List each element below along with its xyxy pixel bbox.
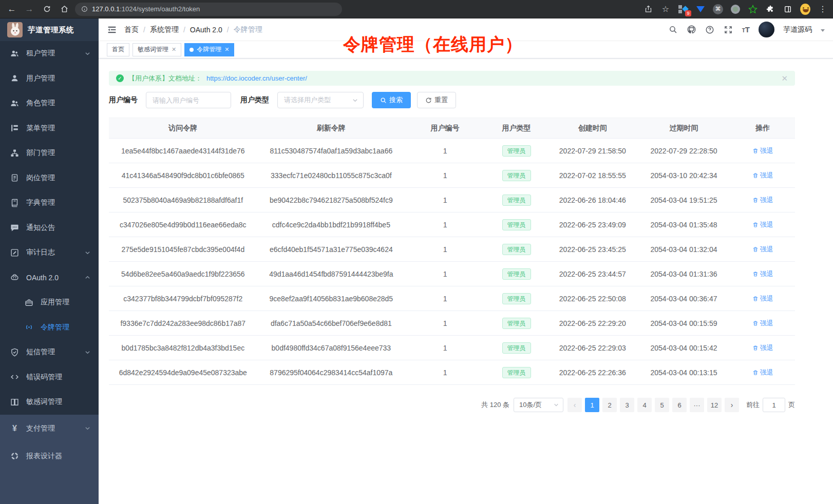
- github-icon[interactable]: [687, 25, 696, 34]
- page-number-button[interactable]: 12: [707, 398, 722, 412]
- force-logout-button[interactable]: 强退: [752, 245, 773, 254]
- site-info-icon[interactable]: [81, 6, 88, 12]
- force-logout-button[interactable]: 强退: [752, 269, 773, 279]
- sidebar-item-notice[interactable]: 通知公告: [0, 216, 99, 241]
- trash-icon: [752, 370, 759, 376]
- extensions-puzzle-icon[interactable]: [765, 4, 775, 14]
- reset-button[interactable]: 重置: [417, 92, 456, 108]
- force-logout-button[interactable]: 强退: [752, 319, 773, 328]
- tab-close-icon[interactable]: ✕: [172, 46, 176, 53]
- user-type-cell: 管理员: [485, 139, 548, 163]
- page-number-button[interactable]: 4: [637, 398, 652, 412]
- browser-reload-icon[interactable]: [40, 3, 53, 16]
- page-number-button[interactable]: 2: [602, 398, 617, 412]
- browser-home-icon[interactable]: [58, 3, 71, 16]
- access-token-cell: f9336e7c7dd242a283ee98dc86b17a87: [109, 311, 257, 336]
- page-number-button[interactable]: 3: [620, 398, 634, 412]
- search-icon[interactable]: [668, 25, 678, 34]
- page-ellipsis-button[interactable]: ···: [690, 398, 704, 412]
- doc-link[interactable]: https://doc.iocoder.cn/user-center/: [206, 74, 307, 82]
- force-logout-button[interactable]: 强退: [752, 196, 773, 205]
- force-logout-button[interactable]: 强退: [752, 368, 773, 377]
- sidebar-item-oauth-token[interactable]: 令牌管理: [0, 315, 99, 340]
- sidebar-item-report-designer[interactable]: 报表设计器: [0, 442, 99, 470]
- sidebar-item-oauth-app[interactable]: 应用管理: [0, 290, 99, 315]
- user-id-cell: 1: [405, 336, 485, 360]
- extension-gem-icon[interactable]: [695, 4, 706, 14]
- refresh-token-cell: 8796295f04064c2983414cc54af1097a: [257, 360, 406, 385]
- side-panel-icon[interactable]: [783, 4, 793, 14]
- page-number-button[interactable]: 5: [655, 398, 669, 412]
- tab-token[interactable]: 令牌管理✕: [184, 43, 234, 56]
- force-logout-button[interactable]: 强退: [752, 220, 773, 229]
- sidebar-item-dict[interactable]: 字典管理: [0, 190, 99, 216]
- bookmark-star-icon[interactable]: ☆: [660, 4, 671, 14]
- browser-menu-icon[interactable]: ⋮: [818, 4, 828, 14]
- sidebar-item-tenant[interactable]: 租户管理: [0, 41, 99, 66]
- browser-forward-icon[interactable]: →: [23, 3, 36, 16]
- robot-icon: [10, 273, 19, 282]
- extension-recorder-icon[interactable]: [730, 4, 741, 14]
- select-chevron-icon: [352, 98, 358, 103]
- sidebar-item-user[interactable]: 用户管理: [0, 66, 99, 91]
- force-logout-button[interactable]: 强退: [752, 343, 773, 353]
- table-row: 502375b8040a469a9b82188afdf6af1f be90422…: [109, 188, 795, 212]
- username-label[interactable]: 芋道源码: [783, 25, 812, 34]
- page-size-select[interactable]: 10条/页: [514, 398, 563, 412]
- force-logout-button[interactable]: 强退: [752, 146, 773, 156]
- font-size-icon[interactable]: TT: [742, 25, 750, 34]
- sidebar-item-sensitive-word[interactable]: 敏感词管理: [0, 390, 99, 415]
- breadcrumb-oauth[interactable]: OAuth 2.0: [190, 26, 222, 34]
- message-bubble-icon: [10, 223, 19, 232]
- created-cell: 2022-06-25 22:29:03: [548, 336, 637, 360]
- page-number-button[interactable]: 6: [672, 398, 687, 412]
- share-icon[interactable]: [643, 4, 653, 14]
- tab-home[interactable]: 首页: [107, 43, 129, 56]
- tab-close-icon[interactable]: ✕: [224, 46, 229, 53]
- search-icon: [380, 97, 387, 104]
- sidebar-item-sms[interactable]: 短信管理: [0, 340, 99, 365]
- extension-command-icon[interactable]: ⌘: [713, 4, 723, 14]
- created-cell: 2022-06-25 23:45:25: [548, 237, 637, 262]
- actions-cell: 强退: [730, 286, 795, 311]
- user-type-cell: 管理员: [485, 336, 548, 360]
- sidebar-item-audit-log[interactable]: 审计日志: [0, 240, 99, 265]
- sidebar-item-role[interactable]: 角色管理: [0, 91, 99, 116]
- browser-back-icon[interactable]: ←: [5, 3, 18, 16]
- created-cell: 2022-07-02 18:55:55: [548, 163, 637, 188]
- help-icon[interactable]: [705, 25, 715, 34]
- sidebar-item-menu[interactable]: 菜单管理: [0, 116, 99, 141]
- fullscreen-icon[interactable]: [724, 25, 733, 34]
- tab-sensitive-word[interactable]: 敏感词管理✕: [132, 43, 181, 56]
- app-logo[interactable]: 芋道管理系统: [0, 18, 99, 41]
- trash-icon: [752, 320, 759, 326]
- breadcrumb-system[interactable]: 系统管理: [150, 25, 179, 34]
- next-page-button[interactable]: ›: [725, 398, 739, 412]
- sidebar-item-post[interactable]: 岗位管理: [0, 166, 99, 191]
- alert-close-icon[interactable]: ✕: [781, 74, 788, 83]
- prev-page-button[interactable]: ‹: [567, 398, 582, 412]
- sidebar-item-errorcode[interactable]: 错误码管理: [0, 365, 99, 390]
- sidebar-item-oauth2[interactable]: OAuth 2.0: [0, 265, 99, 290]
- user-id-input[interactable]: [146, 92, 231, 108]
- user-type-select[interactable]: 请选择用户类型: [277, 92, 364, 108]
- sidebar-item-dept[interactable]: 部门管理: [0, 141, 99, 166]
- actions-cell: 强退: [730, 360, 795, 385]
- expires-cell: 2054-03-04 00:13:15: [637, 360, 731, 385]
- search-button[interactable]: 搜索: [372, 92, 411, 108]
- user-menu-caret-icon[interactable]: [821, 29, 825, 32]
- sidebar-item-pay[interactable]: ¥ 支付管理: [0, 415, 99, 442]
- trash-icon: [752, 271, 759, 277]
- extension-star-icon[interactable]: [748, 4, 758, 14]
- force-logout-button[interactable]: 强退: [752, 294, 773, 303]
- page-number-button[interactable]: 1: [585, 398, 599, 412]
- goto-page-input[interactable]: [763, 398, 785, 412]
- profile-avatar-emoji[interactable]: [800, 4, 810, 14]
- address-bar[interactable]: 127.0.0.1:1024/system/oauth2/token: [75, 3, 342, 16]
- user-type-cell: 管理员: [485, 311, 548, 336]
- sidebar-collapse-icon[interactable]: [107, 25, 117, 35]
- extension-snippets-icon[interactable]: 9: [678, 4, 688, 14]
- breadcrumb-home[interactable]: 首页: [124, 25, 139, 34]
- user-avatar[interactable]: [759, 22, 774, 37]
- force-logout-button[interactable]: 强退: [752, 171, 773, 180]
